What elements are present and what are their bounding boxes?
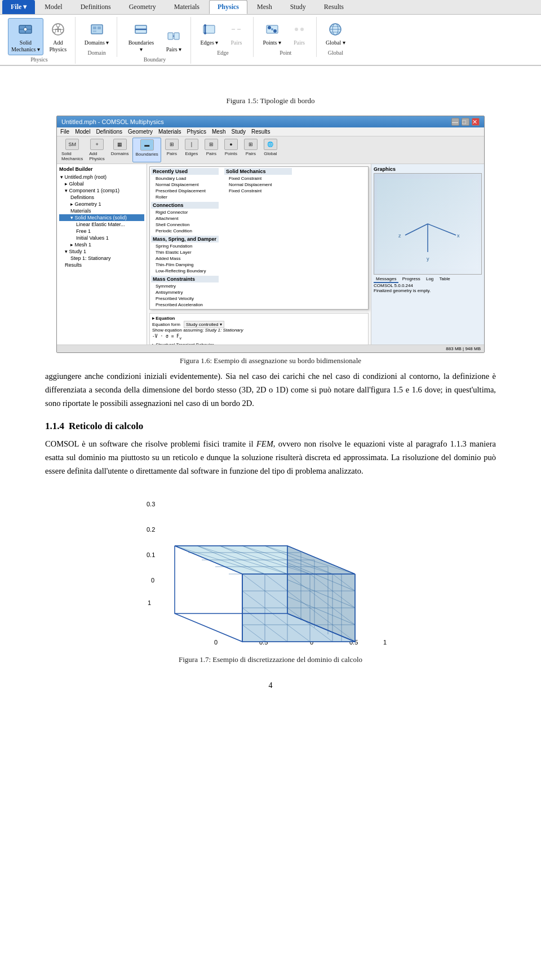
svg-point-3 — [24, 28, 27, 31]
comsol-menu-prescacc[interactable]: Prescribed Acceleration — [151, 302, 219, 308]
comsol-menu-model[interactable]: Model — [75, 129, 90, 135]
comsol-menu-physics[interactable]: Physics — [187, 129, 206, 135]
pairs-edge-icon — [227, 20, 245, 38]
svg-text:0.2: 0.2 — [147, 526, 155, 533]
comsol-ribbon-boundaries[interactable]: ▬ Boundaries — [132, 138, 161, 162]
comsol-tree-results[interactable]: Results — [59, 262, 144, 268]
comsol-menu-mesh[interactable]: Mesh — [212, 129, 225, 135]
comsol-menu-boundary-load[interactable]: Boundary Load — [151, 175, 219, 182]
comsol-ribbon-points[interactable]: ● Points — [222, 138, 240, 162]
comsol-menu-added-mass[interactable]: Added Mass — [151, 255, 219, 262]
comsol-close-btn[interactable]: ✕ — [472, 118, 480, 126]
comsol-menu-fixed-constraint[interactable]: Fixed Constraint — [224, 175, 292, 182]
points-button[interactable]: Points ▾ — [259, 18, 285, 48]
global-button[interactable]: Global ▾ — [322, 18, 349, 48]
comsol-menu-thin-elastic[interactable]: Thin Elastic Layer — [151, 249, 219, 255]
comsol-ribbon-edges[interactable]: | Edges — [183, 138, 201, 162]
comsol-menu-materials[interactable]: Materials — [158, 129, 181, 135]
ribbon-tab-bar: File ▾ Model Definitions Geometry Materi… — [0, 0, 541, 15]
tab-model[interactable]: Model — [36, 0, 70, 14]
comsol-ribbon-pairs[interactable]: ⊞ Pairs — [163, 138, 181, 162]
comsol-menu-boundary-load2[interactable]: Normal Displacement — [224, 182, 292, 188]
comsol-status-line2: Finalized geometry is empty. — [374, 288, 482, 293]
comsol-menu-thinfilm[interactable]: Thin-Film Damping — [151, 262, 219, 268]
comsol-messages-tab[interactable]: Messages — [374, 276, 398, 283]
comsol-menu-antisym[interactable]: Antisymmetry — [151, 289, 219, 295]
ribbon-group-edge: Edges ▾ Pairs Edge — [192, 17, 254, 57]
comsol-graphics-area: x y z — [374, 173, 482, 275]
comsol-tree-study1[interactable]: ▾ Study 1 — [59, 248, 144, 255]
comsol-tree-geom1[interactable]: ▸ Geometry 1 — [59, 201, 144, 208]
add-physics-icon — [49, 20, 67, 38]
comsol-menu-geometry[interactable]: Geometry — [128, 129, 153, 135]
comsol-menu-file[interactable]: File — [60, 129, 69, 135]
comsol-menu-roller[interactable]: Roller — [151, 194, 219, 200]
comsol-menu-study[interactable]: Study — [231, 129, 246, 135]
comsol-tree-solidmech[interactable]: ▾ Solid Mechanics (solid) — [59, 214, 144, 221]
paragraph-conditions-text: aggiungere anche condizioni iniziali evi… — [45, 372, 496, 408]
comsol-ribbon-addphysics[interactable]: + AddPhysics — [87, 138, 107, 162]
comsol-tree-global[interactable]: ▸ Global — [59, 180, 144, 187]
comsol-menu-prescribed-disp[interactable]: Prescribed Displacement — [151, 188, 219, 194]
comsol-menu-symmetry[interactable]: Symmetry — [151, 283, 219, 289]
solid-mechanics-button[interactable]: SolidMechanics ▾ — [8, 18, 43, 55]
comsol-menu-prescvel[interactable]: Prescribed Velocity — [151, 295, 219, 302]
comsol-model-builder: Model Builder ▾ Untitled.mph (root) ▸ Gl… — [57, 164, 147, 345]
comsol-menu-definitions[interactable]: Definitions — [96, 129, 122, 135]
edges-button[interactable]: Edges ▾ — [197, 18, 221, 48]
comsol-tree-stationary[interactable]: Step 1: Stationary — [59, 255, 144, 262]
comsol-tree-free1[interactable]: Free 1 — [59, 228, 144, 235]
global-icon — [326, 20, 344, 38]
comsol-menu-periodic[interactable]: Periodic Condition — [151, 228, 219, 234]
comsol-menu-rigid[interactable]: Rigid Connector — [151, 209, 219, 215]
comsol-ribbon-global[interactable]: 🌐 Global — [261, 138, 280, 162]
tab-file[interactable]: File ▾ — [2, 0, 35, 14]
comsol-menu-normal-disp[interactable]: Normal Displacement — [151, 182, 219, 188]
comsol-menu-attachment[interactable]: Attachment — [151, 215, 219, 222]
comsol-tree-root[interactable]: ▾ Untitled.mph (root) — [59, 174, 144, 180]
domains-button[interactable]: Domains ▾ — [81, 18, 113, 48]
add-physics-button[interactable]: AddPhysics — [46, 18, 70, 55]
comsol-log-tab[interactable]: Log — [424, 276, 436, 282]
comsol-tree-mats[interactable]: Materials — [59, 208, 144, 214]
comsol-boundaries-icon: ▬ — [140, 139, 154, 151]
comsol-menu-lowreflect[interactable]: Low-Reflecting Boundary — [151, 268, 219, 274]
comsol-menu-shell-conn[interactable]: Shell Connection — [151, 222, 219, 228]
pairs-boundary-button[interactable]: Pairs ▾ — [161, 25, 186, 55]
comsol-menu-spring-found[interactable]: Spring Foundation — [151, 243, 219, 249]
tab-physics[interactable]: Physics — [209, 0, 247, 14]
page-content: Figura 1.5: Tipologie di bordo Untitled.… — [0, 66, 541, 713]
comsol-menu-fixed-constraint2[interactable]: Fixed Constraint — [224, 188, 292, 194]
boundaries-button[interactable]: Boundaries ▾ — [123, 18, 159, 55]
comsol-mass-spring-header: Mass, Spring, and Damper — [151, 236, 219, 242]
comsol-ribbon-pairs3[interactable]: ⊞ Pairs — [242, 138, 260, 162]
tab-materials[interactable]: Materials — [166, 0, 208, 14]
comsol-tree-comp1[interactable]: ▾ Component 1 (comp1) — [59, 187, 144, 194]
comsol-recently-used-header: Recently Used — [151, 168, 219, 175]
comsol-window: Untitled.mph - COMSOL Multiphysics — □ ✕… — [56, 116, 485, 353]
comsol-table-tab[interactable]: Table — [437, 276, 453, 282]
figure-1-7-container: 0.3 0.2 0.1 0 1 0 0.5 0 0.5 1 — [45, 488, 496, 664]
comsol-ribbon-domains[interactable]: ▦ Domains — [109, 138, 131, 162]
comsol-tree-linearelastic[interactable]: Linear Elastic Mater... — [59, 221, 144, 228]
comsol-minimize-btn[interactable]: — — [451, 118, 459, 126]
comsol-tree-initialvals[interactable]: Initial Values 1 — [59, 235, 144, 241]
comsol-status-line1: COMSOL 5.0.0.244 — [374, 283, 482, 288]
tab-study[interactable]: Study — [282, 0, 314, 14]
comsol-tree-mesh1[interactable]: ▸ Mesh 1 — [59, 241, 144, 248]
comsol-tree-defs[interactable]: Definitions — [59, 194, 144, 201]
comsol-ribbon-solidmech[interactable]: SM SolidMechanics — [59, 138, 85, 162]
tab-results[interactable]: Results — [316, 0, 352, 14]
comsol-maximize-btn[interactable]: □ — [462, 118, 469, 126]
svg-text:z: z — [398, 233, 401, 239]
ribbon-group-domain-label: Domain — [88, 50, 106, 56]
comsol-show-eq-row: Show equation assuming: Study 1: Station… — [152, 328, 366, 333]
tab-mesh[interactable]: Mesh — [249, 0, 281, 14]
comsol-ribbon-pairs2[interactable]: ⊞ Pairs — [202, 138, 220, 162]
tab-definitions[interactable]: Definitions — [72, 0, 119, 14]
comsol-menu-results[interactable]: Results — [251, 129, 270, 135]
comsol-screenshot-container: Untitled.mph - COMSOL Multiphysics — □ ✕… — [45, 116, 496, 365]
tab-geometry[interactable]: Geometry — [121, 0, 165, 14]
comsol-menu-row1: Recently Used Boundary Load Normal Displ… — [151, 168, 367, 308]
comsol-progress-tab[interactable]: Progress — [400, 276, 423, 282]
